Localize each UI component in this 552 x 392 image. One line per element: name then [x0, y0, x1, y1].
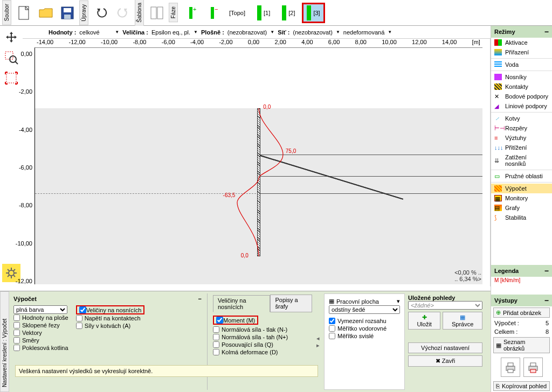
chk-n-plus[interactable]: Normálová síla - tah (N+) — [213, 333, 312, 341]
mode-monitory[interactable]: ▦Monitory — [491, 193, 552, 203]
mode-vypocet[interactable]: Výpočet — [491, 184, 552, 193]
mode-vyztuhy[interactable]: ≡Výztuhy — [491, 133, 552, 143]
mode-voda[interactable]: Voda — [491, 60, 552, 69]
add-image-button[interactable]: ⊕Přidat obrázek — [493, 307, 550, 318]
legend-line: M [kNm/m] — [491, 277, 552, 284]
values-dropdown[interactable]: celkové — [79, 29, 112, 36]
moment-label-bottom: 0,0 — [241, 253, 249, 258]
svg-line-20 — [13, 275, 15, 277]
mode-pritizeni[interactable]: ↓↓↓Přitížení — [491, 143, 552, 152]
chk-vscale[interactable]: Měřítko svislé — [329, 332, 400, 340]
svg-rect-2 — [64, 8, 71, 12]
chk-d[interactable]: Kolmá deformace (D) — [213, 348, 312, 356]
collapse-left-icon[interactable]: ◂ — [316, 335, 324, 342]
remove-phase-icon[interactable]: − — [203, 3, 222, 23]
fit-view-icon[interactable] — [2, 69, 20, 87]
minimize-icon[interactable]: − — [198, 296, 202, 302]
area-label: Plošně : — [201, 29, 224, 36]
chk-range[interactable]: Vymezení rozsahu — [329, 317, 400, 325]
image-list-button[interactable]: ▦Seznam obrázků — [493, 337, 550, 353]
mode-kotvy[interactable]: ⟋Kotvy — [491, 114, 552, 123]
chk-sklopene-rezy[interactable]: Sklopené řezy — [13, 321, 68, 329]
mode-stabilita[interactable]: ⟆Stabilita — [491, 213, 552, 222]
phase-3[interactable]: [3] — [302, 3, 325, 23]
chk-hodnoty-plose[interactable]: Hodnoty na ploše — [13, 314, 68, 321]
quantity-dropdown[interactable]: Epsilon eq., pl. — [151, 29, 190, 36]
svg-line-22 — [13, 269, 15, 271]
mode-bodove-podpory[interactable]: ✕Bodové podpory — [491, 92, 552, 101]
phase-1[interactable]: [1] — [252, 3, 275, 23]
menu-phase[interactable]: Fáze — [169, 3, 178, 22]
copy-view-button[interactable]: ⎘Kopírovat pohled — [493, 381, 550, 391]
chk-napeti-kontaktech[interactable]: Napětí na kontaktech — [76, 314, 145, 322]
save-view-button[interactable]: ✚ Uložit — [408, 312, 440, 330]
workspace-dropdown[interactable]: ▦Pracovní plocha▾ — [329, 297, 400, 305]
mode-prirazeni[interactable]: Přiřazení — [491, 47, 552, 57]
chk-sily-kotvach[interactable]: Síly v kotvách (A) — [76, 322, 145, 330]
mode-grafy[interactable]: ▤Grafy — [491, 203, 552, 213]
mode-pruzne-oblasti[interactable]: ▭Pružné oblasti — [491, 171, 552, 181]
mode-aktivace[interactable]: Aktivace — [491, 38, 552, 47]
chk-poklesova[interactable]: Poklesová kotlina — [13, 344, 68, 352]
new-file-icon[interactable] — [15, 3, 34, 23]
tab-veliciny[interactable]: Veličiny na nosnících — [213, 295, 270, 312]
minimize-icon[interactable]: − — [544, 27, 549, 36]
chk-smery[interactable]: Směry — [13, 337, 68, 344]
quantity-label: Veličina : — [122, 29, 148, 36]
add-phase-icon[interactable]: + — [181, 3, 201, 23]
chk-n-minus[interactable]: Normálová síla - tlak (N-) — [213, 326, 312, 333]
saved-views-dropdown[interactable]: <žádné> — [408, 301, 482, 310]
template-icon[interactable] — [147, 3, 167, 23]
default-settings-button[interactable]: Výchozí nastavení — [408, 342, 482, 353]
chk-vektory[interactable]: Vektory — [13, 329, 68, 337]
chk-veliciny-nosniky-highlight[interactable]: Veličiny na nosnících — [76, 305, 145, 314]
print-icon[interactable] — [501, 358, 520, 377]
moment-curve — [221, 108, 296, 256]
manager-button[interactable]: ▦ Správce — [443, 312, 482, 330]
svg-point-14 — [9, 270, 14, 276]
mode-zatizeni-nosniku[interactable]: ⇊Zatížení nosníků — [491, 152, 552, 169]
svg-line-12 — [15, 61, 18, 64]
status-message: Veškerá nastavení výsledků se vykreslují… — [15, 365, 318, 377]
chk-moment-highlight[interactable]: Moment (M) — [213, 316, 258, 325]
menu-file[interactable]: Soubor — [2, 0, 11, 25]
undo-icon[interactable] — [92, 3, 111, 23]
collapse-right-icon[interactable]: ▸ — [316, 342, 324, 349]
close-button[interactable]: ✖ Zavři — [408, 355, 482, 367]
move-icon[interactable] — [2, 28, 20, 46]
shade-dropdown[interactable]: odstíny šedé — [329, 305, 400, 314]
saved-views-header: Uložené pohledy — [408, 295, 482, 301]
outputs-header: Výstupy− — [491, 295, 552, 306]
mode-nosniky[interactable]: Nosníky — [491, 72, 552, 82]
right-panel: Režimy− Aktivace Přiřazení Voda Nosníky … — [491, 26, 552, 392]
mesh-label: Síť : — [278, 29, 289, 36]
mode-kontakty[interactable]: Kontakty — [491, 82, 552, 92]
moment-label-low: -63,5 — [223, 192, 236, 198]
phase-2[interactable]: [2] — [277, 3, 300, 23]
redo-icon — [113, 3, 133, 23]
output-total-count: Celkem :8 — [491, 327, 552, 336]
tab-popisy[interactable]: Popisy a šrafy — [270, 295, 312, 312]
bottom-side-tab[interactable]: Nastavení kreslení : Výpočet — [0, 291, 9, 392]
svg-line-21 — [8, 275, 9, 277]
phase-topo[interactable]: [Topo] — [224, 7, 250, 19]
print-pdf-icon[interactable] — [523, 358, 543, 377]
svg-rect-13 — [6, 73, 16, 83]
output-calc-count: Výpočet :5 — [491, 319, 552, 327]
drawing-canvas[interactable]: -14,00-12,00-10,00-8,00-6,00-4,00-2,000,… — [23, 39, 491, 286]
mode-liniove-podpory[interactable]: ◢Liniové podpory — [491, 101, 552, 111]
mesh-dropdown[interactable]: (nezobrazovat) — [293, 29, 333, 36]
save-file-icon[interactable] — [58, 3, 77, 23]
chk-hscale[interactable]: Měřítko vodorovné — [329, 325, 400, 332]
mode-rozpery[interactable]: ⊢⊣Rozpěry — [491, 123, 552, 133]
deform-dropdown[interactable]: nedeformovaná — [343, 29, 384, 36]
area-dropdown[interactable]: (nezobrazovat) — [227, 29, 267, 36]
menu-template[interactable]: Šablona — [135, 0, 144, 26]
open-file-icon[interactable] — [36, 3, 56, 23]
chk-q[interactable]: Posouvající síla (Q) — [213, 341, 312, 348]
menu-edit[interactable]: Úpravy — [79, 1, 88, 25]
svg-rect-8 — [211, 7, 214, 19]
moment-label-top: 0,0 — [263, 104, 271, 110]
color-mode-dropdown[interactable]: plná barva — [13, 305, 67, 314]
zoom-select-icon[interactable] — [2, 48, 20, 67]
